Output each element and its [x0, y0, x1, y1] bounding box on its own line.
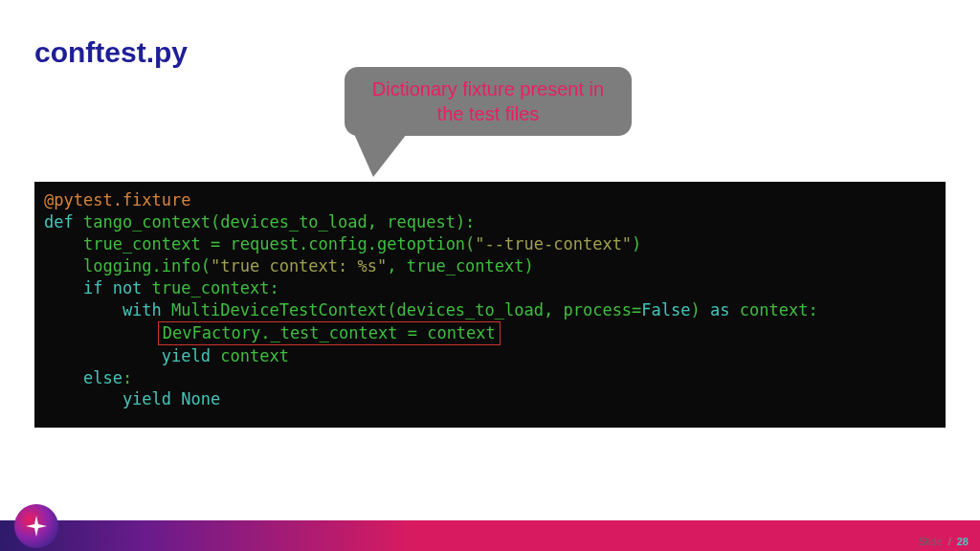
code-line-2: def tango_context(devices_to_load, reque… [44, 211, 936, 233]
slide-title: conftest.py [34, 36, 188, 69]
highlighted-code: DevFactory._test_context = context [158, 321, 501, 345]
code-line-1: @pytest.fixture [44, 189, 936, 211]
code-line-3: true_context = request.config.getoption(… [44, 233, 936, 255]
slide-sep: / [948, 536, 951, 547]
compass-star-icon [25, 515, 48, 538]
code-line-7: DevFactory._test_context = context [44, 321, 936, 345]
code-line-9: else: [44, 367, 936, 389]
code-block: @pytest.fixture def tango_context(device… [34, 182, 946, 428]
code-line-4: logging.info("true context: %s", true_co… [44, 255, 936, 277]
logo-badge [14, 504, 58, 548]
slide-label: Slide [919, 536, 942, 547]
callout-tail [354, 134, 407, 177]
footer-bar [0, 520, 980, 551]
callout-line2: the test files [366, 101, 611, 126]
code-line-8: yield context [44, 345, 936, 367]
slide-number: Slide / 28 [919, 536, 969, 547]
code-line-6: with MultiDeviceTestContext(devices_to_l… [44, 299, 936, 321]
callout-bubble: Dictionary fixture present in the test f… [345, 67, 632, 177]
callout-line1: Dictionary fixture present in [366, 77, 611, 101]
slide-current: 28 [957, 536, 969, 547]
code-line-10: yield None [44, 388, 936, 410]
code-line-5: if not true_context: [44, 277, 936, 299]
